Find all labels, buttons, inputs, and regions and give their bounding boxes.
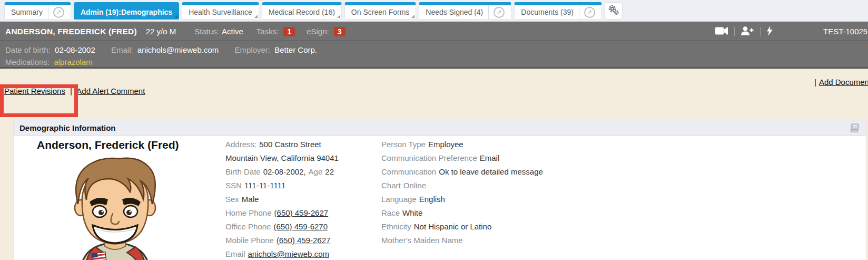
field-value: Ok to leave detailed message — [439, 167, 543, 176]
field-label: Birth Date — [225, 167, 261, 176]
person-add-icon[interactable] — [741, 26, 754, 37]
patient-id: TEST-10025 — [823, 22, 867, 41]
field-ssn: SSN111-11-1111 — [225, 179, 339, 192]
office-phone-link[interactable]: (650) 459-6270 — [273, 222, 328, 231]
esign-label: eSign: — [307, 27, 329, 36]
field-sex: SexMale — [225, 192, 339, 206]
field-label: Communication — [381, 167, 436, 176]
tab-documents[interactable]: Documents (39) ↗ — [514, 2, 602, 20]
field-label: Language — [381, 195, 417, 204]
mobile-phone-link[interactable]: (650) 459-2627 — [277, 236, 331, 245]
tab-label: Documents (39) — [521, 8, 574, 16]
employer-value: Better Corp. — [274, 45, 317, 54]
home-phone-link[interactable]: (650) 459-2627 — [274, 208, 329, 217]
panel-title: Demographic Information — [19, 123, 116, 132]
field-language: LanguageEnglish — [381, 192, 543, 206]
demographics-right-column: Person TypeEmployee Communication Prefer… — [381, 138, 543, 247]
panel-header: Demographic Information — [13, 120, 866, 136]
external-link-arrow-icon: ↗ — [584, 7, 595, 18]
field-value: Online — [403, 181, 426, 190]
medications-value[interactable]: alprazolam — [54, 57, 92, 66]
settings-button[interactable] — [605, 2, 623, 20]
field-address-line2: Mountain View, California 94041 — [225, 151, 339, 165]
tab-label: On Screen Forms — [351, 8, 409, 16]
panel-body: Anderson, Frederick (Fred) — [13, 136, 866, 260]
field-label: Ethnicity — [381, 222, 411, 231]
lightning-bolt-icon[interactable] — [767, 26, 773, 37]
tab-label: Admin (19):Demographics — [81, 8, 172, 16]
dob-label: Date of birth: — [5, 45, 51, 54]
external-link-icon[interactable]: ↗ — [48, 5, 64, 19]
tab-needs-signed[interactable]: Needs Signed (4) ↗ — [419, 2, 511, 20]
field-label: Sex — [225, 195, 239, 204]
patient-bar-icons — [715, 22, 773, 41]
field-email: Emailanichols@mieweb.com — [225, 247, 339, 260]
field-value: Male — [242, 195, 259, 204]
separator: | — [814, 78, 816, 86]
field-label: Person Type — [381, 140, 426, 149]
field-chart: ChartOnline — [381, 179, 543, 192]
tab-bar: Summary ↗ Admin (19):Demographics Health… — [0, 0, 868, 22]
field-person-type: Person TypeEmployee — [381, 138, 543, 151]
tab-on-screen-forms[interactable]: On Screen Forms — [344, 2, 416, 20]
employer-label: Employer: — [234, 45, 270, 54]
external-link-icon[interactable]: ↗ — [488, 5, 505, 19]
patient-photo[interactable] — [66, 153, 164, 260]
field-label: Office Phone — [225, 222, 271, 231]
info-line-1: Date of birth: 02-08-2002 Email: anichol… — [5, 44, 863, 56]
book-icon[interactable] — [849, 123, 859, 134]
add-document-row: |Add Document — [814, 78, 868, 86]
tab-summary[interactable]: Summary ↗ — [4, 2, 71, 20]
info-line-2: Medications: alprazolam — [5, 56, 863, 68]
tasks-count-badge[interactable]: 1 — [283, 27, 295, 36]
field-address: Address:500 Castro Street — [225, 138, 339, 151]
field-label: Race — [381, 208, 400, 217]
field-label: Mother's Maiden Name — [381, 236, 463, 245]
field-value: Email — [480, 153, 500, 162]
field-communication: CommunicationOk to leave detailed messag… — [381, 165, 543, 179]
medications-label: Medications: — [5, 57, 50, 66]
patient-info-bar: Date of birth: 02-08-2002 Email: anichol… — [0, 41, 868, 69]
status-value: Active — [222, 27, 243, 36]
field-home-phone: Home Phone(650) 459-2627 — [225, 206, 339, 220]
field-office-phone: Office Phone(650) 459-6270 — [225, 220, 339, 234]
gears-icon — [608, 4, 619, 18]
main-content: |Add Document Patient Revisions | Add Al… — [0, 69, 868, 260]
video-camera-icon[interactable] — [715, 27, 728, 36]
field-label: SSN — [225, 181, 242, 190]
external-link-icon[interactable]: ↗ — [579, 5, 595, 19]
tab-label: Needs Signed (4) — [426, 8, 483, 16]
field-label: Mobile Phone — [225, 236, 274, 245]
field-value: Not Hispanic or Latino — [414, 222, 492, 231]
email-label: Email: — [111, 45, 133, 54]
field-value: White — [402, 208, 422, 217]
esign-count-badge[interactable]: 3 — [334, 27, 346, 36]
field-mothers-maiden-name: Mother's Maiden Name — [381, 234, 543, 247]
tab-medical-record[interactable]: Medical Record (16) — [262, 2, 342, 20]
field-value: Mountain View, California 94041 — [225, 153, 339, 162]
patient-display-name: Anderson, Frederick (Fred) — [37, 139, 179, 151]
field-value: Employee — [428, 140, 463, 149]
email-link[interactable]: anichols@mieweb.com — [248, 249, 329, 258]
field-mobile-phone: Mobile Phone(650) 459-2627 — [225, 234, 339, 247]
field-label: Chart — [381, 181, 401, 190]
separator: | — [70, 86, 72, 95]
tab-health-surveillance[interactable]: Health Surveillance — [182, 2, 259, 20]
email-value: anichols@mieweb.com — [137, 45, 219, 54]
patient-header-bar: ANDERSON, FREDERICK (FRED) 22 y/o M Stat… — [0, 22, 868, 41]
tasks-label: Tasks: — [257, 27, 279, 36]
tab-admin-demographics[interactable]: Admin (19):Demographics — [74, 2, 179, 20]
field-label: Age — [309, 167, 323, 176]
add-alert-comment-link[interactable]: Add Alert Comment — [76, 86, 145, 95]
tab-label: Medical Record (16) — [269, 8, 335, 16]
demographics-left-column: Address:500 Castro Street Mountain View,… — [225, 138, 339, 260]
demographic-panel: Demographic Information Anderson, Freder… — [13, 120, 866, 260]
patient-revisions-link[interactable]: Patient Revisions — [4, 86, 65, 95]
field-label: Address: — [225, 140, 257, 149]
add-document-link[interactable]: Add Document — [819, 78, 868, 86]
field-value: 111-11-1111 — [244, 181, 285, 190]
patient-name: ANDERSON, FREDERICK (FRED) — [5, 27, 137, 36]
external-link-arrow-icon: ↗ — [53, 7, 64, 18]
divider — [734, 27, 735, 36]
status-label: Status: — [194, 27, 219, 36]
